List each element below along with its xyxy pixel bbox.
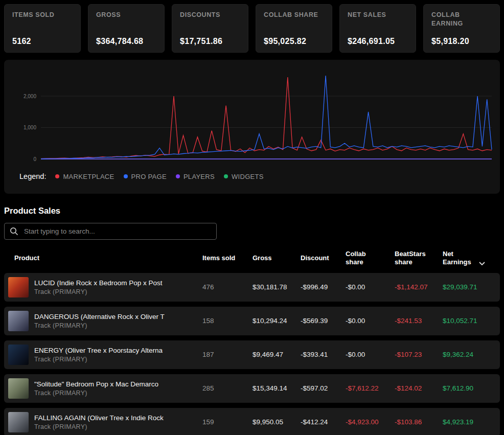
stat-card-collab-earning: COLLAB EARNING $5,918.20 — [423, 4, 500, 53]
table-header: Product Items sold Gross Discount Collab… — [4, 246, 500, 273]
discount-cell: -$412.24 — [301, 418, 346, 426]
svg-text:1,000: 1,000 — [24, 125, 36, 130]
beatstars-share-cell: -$124.02 — [395, 384, 443, 392]
table-row[interactable]: FALLING AGAIN (Oliver Tree x Indie Rock … — [4, 408, 500, 435]
beatstars-share-cell: -$107.23 — [395, 351, 443, 358]
gross-cell: $30,181.78 — [253, 283, 301, 291]
collab-share-cell: -$0.00 — [346, 351, 395, 358]
product-cell: LUCID (Indie Rock x Bedroom Pop x Post T… — [4, 277, 202, 297]
discount-cell: -$569.39 — [301, 317, 346, 325]
stat-value: $364,784.68 — [96, 37, 156, 46]
beatstars-share-cell: -$241.53 — [395, 317, 443, 325]
dashboard-page: ITEMS SOLD 5162 GROSS $364,784.68 DISCOU… — [0, 0, 504, 435]
sales-chart-panel: 01,0002,000 Legend: MARKETPLACE PRO PAGE… — [4, 60, 500, 194]
legend-item-label: PRO PAGE — [131, 173, 167, 180]
items-sold-cell: 158 — [202, 317, 253, 325]
items-sold-cell: 476 — [202, 283, 253, 291]
legend-item-players[interactable]: PLAYERS — [176, 173, 215, 180]
net-earnings-cell: $7,612.90 — [443, 384, 500, 392]
net-earnings-cell: $4,923.19 — [443, 418, 500, 426]
discount-cell: -$597.02 — [301, 384, 346, 392]
legend-item-label: WIDGETS — [232, 173, 264, 180]
product-subtitle: Track (PRIMARY) — [34, 356, 163, 363]
beatstars-share-cell: -$103.86 — [395, 418, 443, 426]
stat-value: 5162 — [12, 37, 73, 46]
chevron-down-icon[interactable] — [478, 261, 486, 266]
product-table: LUCID (Indie Rock x Bedroom Pop x Post T… — [4, 273, 500, 435]
legend-item-widgets[interactable]: WIDGETS — [224, 173, 264, 180]
items-sold-cell: 187 — [202, 351, 253, 358]
column-header-beatstars-share: BeatStars share — [395, 250, 443, 267]
legend-item-pro-page[interactable]: PRO PAGE — [124, 173, 167, 180]
sales-time-series-chart: 01,0002,000 — [8, 63, 496, 168]
discount-cell: -$393.41 — [301, 351, 346, 358]
product-title: ENERGY (Oliver Tree x Poorstacy Alterna — [34, 347, 163, 354]
legend-title: Legend: — [19, 172, 46, 180]
product-thumbnail — [8, 378, 29, 399]
table-row[interactable]: "Solitude" Bedroom Pop x Mac Demarco Tra… — [4, 374, 500, 403]
stat-value: $17,751.86 — [180, 37, 240, 46]
stat-card-gross: GROSS $364,784.68 — [88, 4, 165, 53]
net-earnings-cell: $10,052.71 — [443, 317, 500, 325]
stat-label: COLLAB EARNING — [431, 11, 492, 28]
column-header-gross: Gross — [253, 254, 301, 262]
items-sold-cell: 285 — [202, 384, 253, 392]
stat-card-collab-share: COLLAB SHARE $95,025.82 — [256, 4, 332, 53]
stat-value: $246,691.05 — [348, 37, 408, 46]
table-row[interactable]: LUCID (Indie Rock x Bedroom Pop x Post T… — [4, 273, 500, 302]
discount-cell: -$996.49 — [301, 283, 346, 291]
legend-item-marketplace[interactable]: MARKETPLACE — [55, 173, 114, 180]
product-cell: ENERGY (Oliver Tree x Poorstacy Alterna … — [4, 345, 202, 365]
product-subtitle: Track (PRIMARY) — [34, 288, 163, 295]
product-subtitle: Track (PRIMARY) — [34, 322, 165, 329]
net-earnings-cell: $9,362.24 — [443, 351, 500, 358]
net-earnings-cell: $29,039.71 — [443, 283, 500, 291]
product-subtitle: Track (PRIMARY) — [34, 423, 164, 430]
stat-label: DISCOUNTS — [180, 11, 240, 19]
product-thumbnail — [8, 412, 29, 432]
product-cell: "Solitude" Bedroom Pop x Mac Demarco Tra… — [4, 378, 202, 399]
legend-item-label: MARKETPLACE — [63, 173, 114, 180]
column-header-product: Product — [4, 254, 202, 262]
svg-text:2,000: 2,000 — [24, 94, 36, 99]
pro-page-dot-icon — [124, 174, 128, 178]
product-thumbnail — [8, 345, 29, 365]
gross-cell: $9,469.47 — [253, 351, 301, 358]
product-cell: DANGEROUS (Alternative Rock x Oliver T T… — [4, 311, 202, 331]
product-title: DANGEROUS (Alternative Rock x Oliver T — [34, 313, 165, 320]
legend-item-label: PLAYERS — [184, 173, 215, 180]
collab-share-cell: -$0.00 — [346, 317, 395, 325]
table-row[interactable]: DANGEROUS (Alternative Rock x Oliver T T… — [4, 307, 500, 335]
stat-label: COLLAB SHARE — [264, 11, 324, 19]
stat-value: $5,918.20 — [431, 37, 492, 46]
column-header-collab-share: Collab share — [346, 250, 395, 267]
column-header-discount: Discount — [301, 254, 346, 262]
stat-card-net-sales: NET SALES $246,691.05 — [339, 4, 416, 53]
product-subtitle: Track (PRIMARY) — [34, 390, 158, 397]
chart-legend: Legend: MARKETPLACE PRO PAGE PLAYERS WID… — [8, 168, 496, 180]
search-icon — [10, 227, 18, 238]
column-header-net-earnings[interactable]: Net Earnings — [443, 250, 500, 267]
product-cell: FALLING AGAIN (Oliver Tree x Indie Rock … — [4, 412, 202, 432]
product-title: FALLING AGAIN (Oliver Tree x Indie Rock — [34, 414, 164, 422]
product-title: "Solitude" Bedroom Pop x Mac Demarco — [34, 380, 158, 388]
marketplace-dot-icon — [55, 174, 59, 178]
collab-share-cell: -$7,612.22 — [346, 384, 395, 392]
column-header-items-sold: Items sold — [202, 254, 253, 262]
stat-label: NET SALES — [348, 11, 408, 19]
collab-share-cell: -$4,923.00 — [346, 418, 395, 426]
stat-card-discounts: DISCOUNTS $17,751.86 — [172, 4, 248, 53]
stat-label: ITEMS SOLD — [12, 11, 73, 19]
page-title: Product Sales — [4, 206, 500, 216]
product-thumbnail — [8, 277, 29, 297]
svg-text:0: 0 — [33, 156, 36, 162]
stat-value: $95,025.82 — [264, 37, 324, 46]
search-input[interactable] — [4, 223, 217, 240]
collab-share-cell: -$0.00 — [346, 283, 395, 291]
gross-cell: $10,294.24 — [253, 317, 301, 325]
product-thumbnail — [8, 311, 29, 331]
table-row[interactable]: ENERGY (Oliver Tree x Poorstacy Alterna … — [4, 340, 500, 369]
beatstars-share-cell: -$1,142.07 — [395, 283, 443, 291]
stat-card-items-sold: ITEMS SOLD 5162 — [4, 4, 81, 53]
product-title: LUCID (Indie Rock x Bedroom Pop x Post — [34, 279, 163, 287]
